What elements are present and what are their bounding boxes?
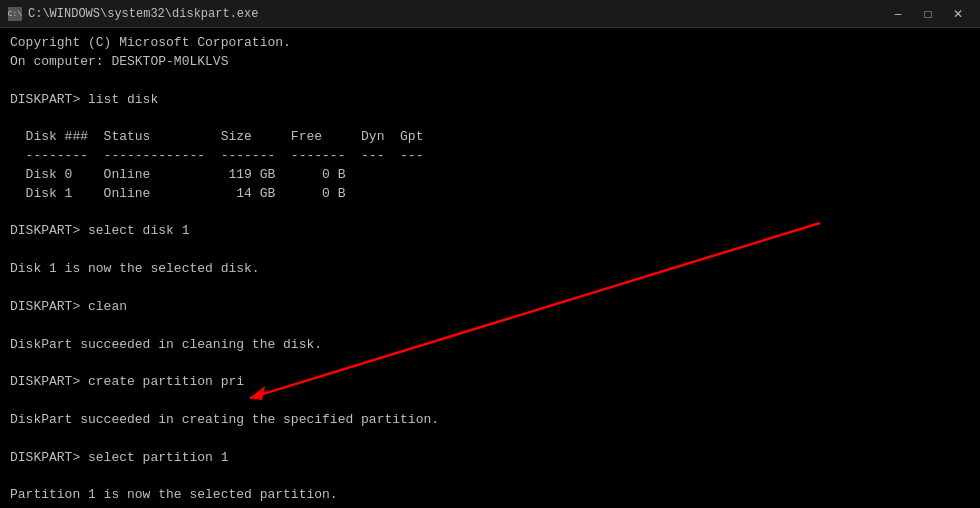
close-button[interactable]: ✕	[944, 3, 972, 25]
title-bar: C:\ C:\WINDOWS\system32\diskpart.exe – □…	[0, 0, 980, 28]
maximize-button[interactable]: □	[914, 3, 942, 25]
console-line: DISKPART> clean	[10, 298, 970, 317]
console-line: On computer: DESKTOP-M0LKLVS	[10, 53, 970, 72]
minimize-button[interactable]: –	[884, 3, 912, 25]
console-line: DISKPART> select disk 1	[10, 222, 970, 241]
console-line	[10, 204, 970, 223]
console-line	[10, 430, 970, 449]
console-line	[10, 354, 970, 373]
console-lines: Copyright (C) Microsoft Corporation.On c…	[10, 34, 970, 508]
window-controls: – □ ✕	[884, 3, 972, 25]
console-line: Copyright (C) Microsoft Corporation.	[10, 34, 970, 53]
console-line: DISKPART> select partition 1	[10, 449, 970, 468]
console-line: Disk 1 Online 14 GB 0 B	[10, 185, 970, 204]
console-line	[10, 109, 970, 128]
console-line	[10, 467, 970, 486]
console-line	[10, 72, 970, 91]
console-line: Disk 0 Online 119 GB 0 B	[10, 166, 970, 185]
console-line: Disk ### Status Size Free Dyn Gpt	[10, 128, 970, 147]
app-icon: C:\	[8, 7, 22, 21]
console-line	[10, 279, 970, 298]
console-line: DiskPart succeeded in creating the speci…	[10, 411, 970, 430]
title-bar-left: C:\ C:\WINDOWS\system32\diskpart.exe	[8, 7, 258, 21]
console-output: Copyright (C) Microsoft Corporation.On c…	[0, 28, 980, 508]
console-line	[10, 241, 970, 260]
console-line	[10, 392, 970, 411]
console-line: Partition 1 is now the selected partitio…	[10, 486, 970, 505]
console-line: Disk 1 is now the selected disk.	[10, 260, 970, 279]
window-title: C:\WINDOWS\system32\diskpart.exe	[28, 7, 258, 21]
console-line: DiskPart succeeded in cleaning the disk.	[10, 336, 970, 355]
console-line: -------- ------------- ------- ------- -…	[10, 147, 970, 166]
console-line	[10, 317, 970, 336]
console-line: DISKPART> create partition pri	[10, 373, 970, 392]
console-line: DISKPART> list disk	[10, 91, 970, 110]
